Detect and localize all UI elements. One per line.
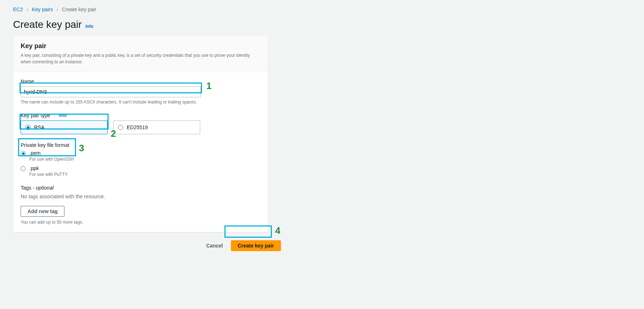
format-pem-desc: For use with OpenSSH xyxy=(29,157,74,162)
breadcrumb-keypairs[interactable]: Key pairs xyxy=(32,7,53,12)
tags-optional: optional xyxy=(36,185,54,191)
breadcrumb-current: Create key pair xyxy=(62,7,96,12)
panel-header: Key pair A key pair, consisting of a pri… xyxy=(13,36,268,72)
tags-label: Tags - optional xyxy=(21,185,261,191)
type-ed-label: ED25519 xyxy=(127,124,148,130)
format-ppk-radio[interactable]: .ppk For use with PuTTY xyxy=(21,165,261,177)
panel-heading: Key pair xyxy=(21,42,261,50)
label-divider: | xyxy=(54,113,55,118)
tags-field: Tags - optional No tags associated with … xyxy=(21,185,261,225)
type-info-link[interactable]: Info xyxy=(59,113,67,118)
annotation-2: 2 xyxy=(111,128,116,139)
format-pem-label: .pem xyxy=(29,150,74,156)
page-title-text: Create key pair xyxy=(13,19,82,30)
name-label: Name xyxy=(21,79,261,84)
format-ppk-label: .ppk xyxy=(29,165,68,171)
add-tag-button[interactable]: Add new tag xyxy=(21,206,64,217)
radio-icon xyxy=(21,151,26,156)
chevron-right-icon: › xyxy=(26,7,28,12)
panel-description: A key pair, consisting of a private key … xyxy=(21,52,261,65)
format-pem-radio[interactable]: .pem For use with OpenSSH xyxy=(21,150,261,162)
type-rsa-tile[interactable]: RSA xyxy=(21,120,108,134)
format-ppk-desc: For use with PuTTY xyxy=(29,172,68,177)
format-label: Private key file format xyxy=(21,142,261,148)
tags-empty: No tags associated with the resource. xyxy=(21,194,261,199)
name-input[interactable] xyxy=(21,86,201,97)
radio-icon xyxy=(118,125,123,130)
type-field: Key pair type | Info RSA ED25519 xyxy=(21,113,261,134)
page-title: Create key pair Info xyxy=(13,19,631,30)
type-ed25519-tile[interactable]: ED25519 xyxy=(113,120,200,134)
radio-icon xyxy=(21,166,26,171)
tags-limit: You can add up to 50 more tags. xyxy=(21,220,261,225)
chevron-right-icon: › xyxy=(56,7,58,12)
annotation-4: 4 xyxy=(275,225,280,236)
annotation-1: 1 xyxy=(206,80,211,92)
breadcrumb: EC2 › Key pairs › Create key pair xyxy=(13,7,631,12)
keypair-panel: Key pair A key pair, consisting of a pri… xyxy=(13,35,268,232)
cancel-button[interactable]: Cancel xyxy=(206,243,223,249)
type-rsa-label: RSA xyxy=(34,124,45,130)
annotation-3: 3 xyxy=(79,143,84,154)
info-link[interactable]: Info xyxy=(85,24,93,29)
name-helper: The name can include up to 255 ASCII cha… xyxy=(21,100,261,105)
create-keypair-button[interactable]: Create key pair xyxy=(231,240,281,251)
type-label: Key pair type xyxy=(21,113,50,118)
breadcrumb-ec2[interactable]: EC2 xyxy=(13,7,23,12)
radio-icon xyxy=(25,125,30,130)
tags-label-text: Tags - xyxy=(21,185,36,191)
format-field: Private key file format .pem For use wit… xyxy=(21,142,261,177)
name-field: Name The name can include up to 255 ASCI… xyxy=(21,79,261,105)
footer-actions: Cancel Create key pair xyxy=(13,240,281,251)
